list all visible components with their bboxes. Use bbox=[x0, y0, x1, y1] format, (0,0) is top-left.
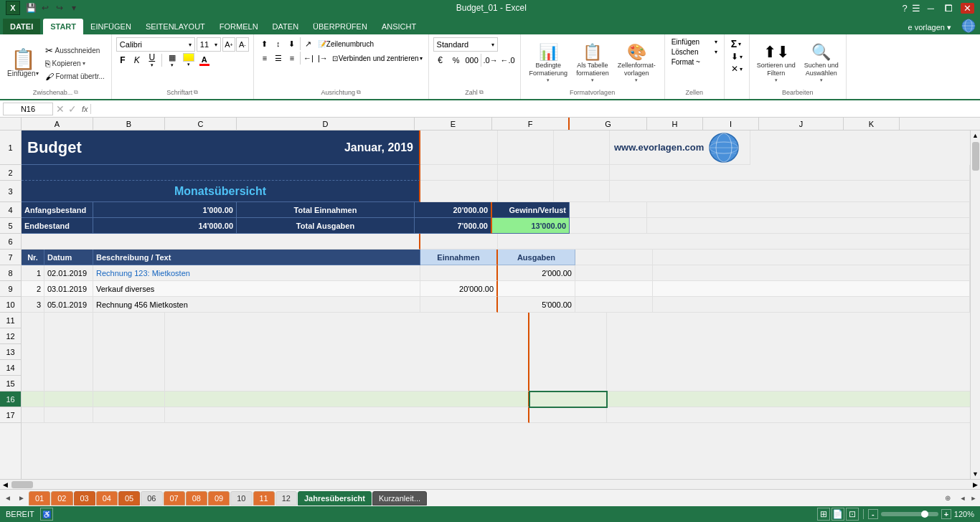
cell-f4[interactable]: Gewinn/Verlust bbox=[492, 202, 570, 218]
h-scroll-thumb[interactable] bbox=[11, 481, 33, 488]
cell-rest16[interactable] bbox=[607, 392, 970, 407]
cell-f17[interactable] bbox=[529, 407, 607, 423]
cell-n16-selected[interactable] bbox=[529, 392, 607, 407]
cell-h2[interactable] bbox=[498, 165, 554, 181]
delete-cells-button[interactable]: Löschen▾ bbox=[669, 47, 720, 57]
copy-button[interactable]: ⎘Kopieren▾ bbox=[43, 58, 106, 70]
formula-bar-enter[interactable]: ✓ bbox=[67, 103, 77, 115]
tab-ansicht[interactable]: ANSICHT bbox=[374, 19, 423, 34]
cell-a3-merged[interactable]: Monatsübersicht bbox=[22, 181, 420, 202]
cell-b4-merged[interactable]: 1'000.00 bbox=[93, 202, 237, 218]
row-num-4[interactable]: 4 bbox=[0, 202, 21, 218]
col-header-c[interactable]: C bbox=[165, 118, 237, 130]
cell-styles-button[interactable]: 🎨 Zellenformat-vorlagen ▾ bbox=[615, 42, 659, 85]
cell-d4[interactable]: Total Einnahmen bbox=[237, 202, 415, 218]
page-break-button[interactable]: ⊡ bbox=[846, 508, 859, 521]
cell-c10-d10[interactable]: Rechnung 456 Mietkosten bbox=[93, 297, 420, 313]
sort-filter-button[interactable]: ⬆⬇ Sortieren undFiltern ▾ bbox=[754, 42, 798, 85]
sheet-tab-01[interactable]: 01 bbox=[29, 491, 50, 506]
cell-g2[interactable] bbox=[420, 165, 498, 181]
restore-button[interactable]: ⧠ bbox=[941, 3, 956, 14]
cell-f7-ausgaben[interactable]: Ausgaben bbox=[498, 250, 575, 265]
scroll-thumb[interactable] bbox=[972, 142, 979, 171]
col-header-f[interactable]: F bbox=[492, 118, 570, 130]
cell-b16[interactable] bbox=[44, 392, 93, 407]
row-num-9[interactable]: 9 bbox=[0, 281, 21, 297]
cell-b9[interactable]: 03.01.2019 bbox=[44, 281, 93, 297]
redo-button[interactable]: ↪ bbox=[53, 1, 66, 14]
cell-rest17[interactable] bbox=[607, 407, 970, 423]
cell-d17[interactable] bbox=[165, 407, 529, 423]
col-header-h[interactable]: H bbox=[647, 118, 703, 130]
cell-c9-d9[interactable]: Verkauf diverses bbox=[93, 281, 420, 297]
cell-g5[interactable] bbox=[570, 218, 647, 234]
scroll-right-button[interactable]: ▶ bbox=[970, 480, 980, 490]
italic-button[interactable]: K bbox=[131, 53, 143, 67]
undo-button[interactable]: ↩ bbox=[39, 1, 52, 14]
cell-g4[interactable] bbox=[570, 202, 647, 218]
bold-button[interactable]: F bbox=[116, 53, 129, 67]
cell-b17[interactable] bbox=[44, 407, 93, 423]
alignment-expand-icon[interactable]: ⧉ bbox=[357, 89, 361, 96]
sheet-tab-11[interactable]: 11 bbox=[253, 491, 275, 506]
sheet-tab-07[interactable]: 07 bbox=[164, 491, 185, 506]
cell-a8[interactable]: 1 bbox=[22, 265, 44, 281]
sheet-tab-kurzanleitung[interactable]: Kurzanleit... bbox=[372, 491, 427, 506]
sheet-scroll-right[interactable]: ► bbox=[15, 492, 28, 505]
cell-e7-einnahmen[interactable]: Einnahmen bbox=[420, 250, 498, 265]
cell-rest10[interactable] bbox=[653, 297, 970, 313]
align-bottom-button[interactable]: ⬇ bbox=[286, 37, 298, 50]
page-layout-button[interactable]: 📄 bbox=[831, 508, 844, 521]
cell-a1-merged[interactable]: Budget Januar, 2019 bbox=[22, 130, 420, 165]
formula-bar-cancel[interactable]: ✕ bbox=[55, 103, 65, 115]
tab-scroll-prev[interactable]: ◄ bbox=[958, 493, 968, 503]
row-num-11[interactable]: 11 bbox=[0, 313, 21, 328]
border-button[interactable]: ▦ ▾ bbox=[164, 53, 180, 67]
sheet-tab-09[interactable]: 09 bbox=[208, 491, 230, 506]
cell-g7[interactable] bbox=[575, 250, 653, 265]
align-center-button[interactable]: ☰ bbox=[272, 52, 285, 65]
sheet-scroll-left[interactable]: ◄ bbox=[1, 492, 14, 505]
row-num-8[interactable]: 8 bbox=[0, 265, 21, 281]
col-header-i[interactable]: I bbox=[703, 118, 759, 130]
cell-d16-e16[interactable] bbox=[165, 392, 529, 407]
minimize-button[interactable]: ─ bbox=[925, 3, 937, 14]
fill-button[interactable]: ⬇▾ bbox=[729, 51, 745, 62]
scroll-up-button[interactable]: ▲ bbox=[971, 130, 981, 141]
zoom-in-button[interactable]: + bbox=[941, 509, 951, 519]
autosum-button[interactable]: Σ▾ bbox=[729, 37, 745, 50]
tab-daten[interactable]: DATEN bbox=[265, 19, 306, 34]
col-header-k[interactable]: K bbox=[844, 118, 900, 130]
font-name-dropdown[interactable]: Calibri ▾ bbox=[116, 37, 195, 52]
cell-b8[interactable]: 02.01.2019 bbox=[44, 265, 93, 281]
cell-g10[interactable] bbox=[575, 297, 653, 313]
paste-button[interactable]: 📋 Einfügen▾ bbox=[4, 42, 42, 85]
cell-a4[interactable]: Anfangsbestand bbox=[22, 202, 93, 218]
cell-a17[interactable] bbox=[22, 407, 44, 423]
increase-font-size-button[interactable]: A+ bbox=[222, 37, 235, 52]
cell-b7-datum[interactable]: Datum bbox=[44, 250, 93, 265]
cell-i1[interactable] bbox=[554, 130, 610, 165]
row-num-12[interactable]: 12 bbox=[0, 328, 21, 344]
close-button[interactable]: ✕ bbox=[961, 3, 974, 14]
increase-decimal-button[interactable]: .0→ bbox=[483, 53, 499, 67]
clipboard-expand-icon[interactable]: ⧉ bbox=[74, 89, 78, 96]
cell-f10[interactable]: 5'000.00 bbox=[498, 297, 575, 313]
merge-center-button[interactable]: ⊡Verbinden und zentrieren▾ bbox=[331, 54, 424, 63]
align-right-button[interactable]: ≡ bbox=[286, 52, 298, 65]
cell-a5[interactable]: Endbestand bbox=[22, 218, 93, 234]
sheet-tab-10[interactable]: 10 bbox=[230, 491, 252, 506]
zoom-slider[interactable] bbox=[881, 512, 938, 516]
increase-indent-button[interactable]: |→ bbox=[316, 52, 329, 65]
customize-qat-button[interactable]: ▾ bbox=[67, 1, 80, 14]
cell-e8[interactable] bbox=[420, 265, 498, 281]
cell-c7-desc[interactable]: Beschreibung / Text bbox=[93, 250, 420, 265]
format-as-table-button[interactable]: 📋 Als Tabelleformatieren ▾ bbox=[573, 42, 612, 85]
sheet-tab-03[interactable]: 03 bbox=[74, 491, 95, 506]
row-num-6[interactable]: 6 bbox=[0, 234, 21, 250]
col-header-j[interactable]: J bbox=[759, 118, 844, 130]
row-num-2[interactable]: 2 bbox=[0, 165, 21, 181]
ribbon-display-options[interactable]: ☰ bbox=[912, 3, 920, 14]
help-icon[interactable]: ? bbox=[903, 3, 908, 14]
align-middle-button[interactable]: ↕ bbox=[272, 37, 285, 50]
